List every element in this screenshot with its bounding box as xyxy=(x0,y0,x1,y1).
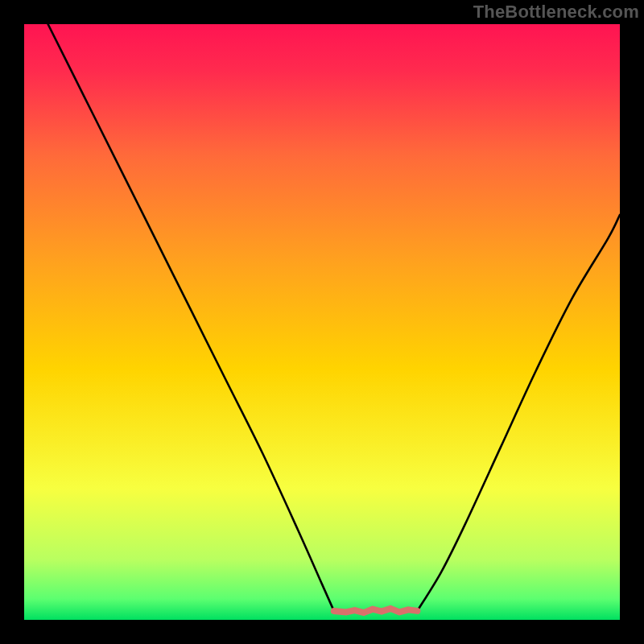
chart-frame xyxy=(24,24,620,620)
chart-canvas xyxy=(24,24,620,620)
watermark-text: TheBottleneck.com xyxy=(473,2,639,23)
floor-marker xyxy=(334,609,418,613)
gradient-background xyxy=(24,24,620,620)
chart-stage: TheBottleneck.com xyxy=(0,0,644,644)
